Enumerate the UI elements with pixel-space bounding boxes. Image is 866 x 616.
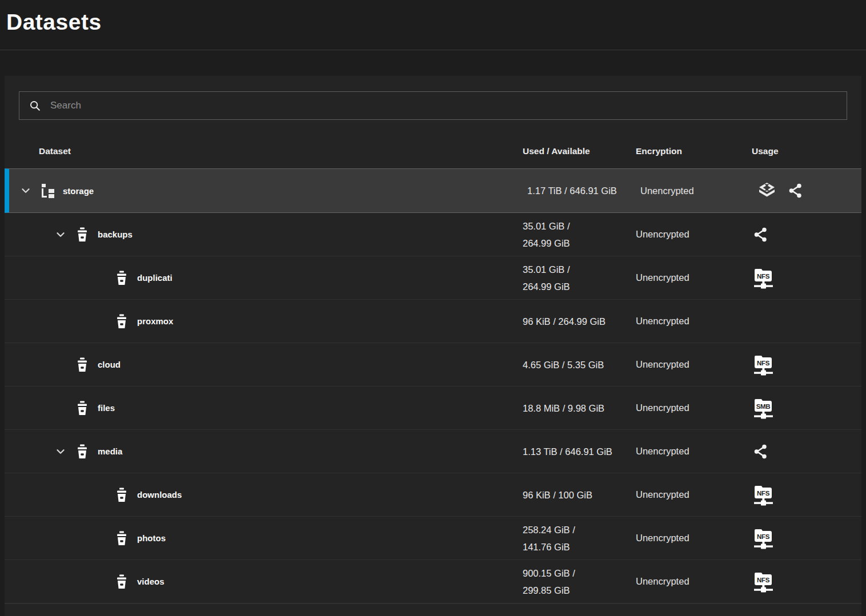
nfs-share-icon[interactable]: NFS	[753, 527, 774, 550]
search-box[interactable]	[19, 91, 847, 120]
col-header-used-available: Used / Available	[523, 134, 636, 168]
encryption-status: Unencrypted	[636, 386, 752, 429]
dataset-name-cell: backups	[5, 213, 523, 256]
chevron-down-icon[interactable]	[54, 228, 67, 241]
usage-cell: SMB	[752, 386, 861, 429]
dataset-icon	[74, 444, 90, 460]
dataset-name-cell: proxmox	[5, 300, 523, 343]
used-available-line: 299.85 GiB	[523, 582, 570, 599]
col-header-usage: Usage	[752, 134, 861, 168]
apps-icon[interactable]	[757, 182, 776, 199]
encryption-status: Unencrypted	[636, 256, 752, 299]
used-available-line: 258.24 GiB /	[523, 521, 575, 538]
datasets-table: Dataset Used / Available Encryption Usag…	[5, 134, 861, 615]
encryption-status: Unencrypted	[636, 343, 752, 386]
svg-text:NFS: NFS	[757, 577, 770, 583]
dataset-name: media	[98, 446, 122, 456]
share-icon[interactable]	[753, 444, 768, 460]
dataset-name-cell: cloud	[5, 343, 523, 386]
nfs-share-icon[interactable]: NFS	[753, 484, 774, 506]
dataset-icon	[114, 487, 130, 503]
table-header: Dataset Used / Available Encryption Usag…	[5, 134, 861, 168]
svg-text:SMB: SMB	[756, 403, 771, 410]
used-available-line: 35.01 GiB /	[523, 261, 570, 278]
used-available-line: 264.99 GiB	[523, 278, 570, 295]
chevron-down-icon[interactable]	[19, 184, 33, 198]
used-available-value: 1.13 TiB / 646.91 GiB	[523, 430, 636, 473]
table-row[interactable]: photos258.24 GiB /141.76 GiBUnencrypted …	[5, 517, 861, 560]
used-available-value: 96 KiB / 264.99 GiB	[523, 300, 636, 343]
dataset-icon	[114, 574, 130, 590]
nfs-share-icon[interactable]: NFS	[753, 267, 774, 289]
dataset-name: cloud	[98, 360, 121, 369]
usage-cell: NFS	[752, 560, 861, 603]
dataset-icon	[114, 313, 130, 329]
nfs-share-icon[interactable]: NFS	[753, 570, 774, 593]
used-available-line: 96 KiB / 100 GiB	[523, 486, 592, 504]
used-available-line: 35.01 GiB /	[523, 218, 570, 235]
used-available-line: 141.76 GiB	[523, 538, 570, 555]
used-available-value: 35.01 GiB /264.99 GiB	[523, 256, 636, 299]
dataset-name: backups	[98, 230, 133, 239]
dataset-name: proxmox	[137, 316, 173, 326]
root-dataset-icon	[39, 183, 55, 199]
used-available-value: 258.24 GiB /141.76 GiB	[523, 517, 636, 559]
chevron-down-icon[interactable]	[54, 445, 67, 458]
encryption-status: Unencrypted	[636, 300, 752, 343]
page-title: Datasets	[0, 0, 866, 50]
encryption-status: Unencrypted	[636, 517, 752, 559]
dataset-icon	[74, 357, 90, 373]
encryption-status: Unencrypted	[636, 473, 752, 516]
indent-spacer	[93, 315, 107, 328]
used-available-line: 4.65 GiB / 5.35 GiB	[523, 356, 604, 373]
indent-spacer	[93, 271, 107, 285]
dataset-name-cell: duplicati	[5, 256, 523, 299]
search-input[interactable]	[50, 100, 837, 111]
title-divider	[0, 50, 866, 50]
dataset-name-cell: photos	[5, 517, 523, 559]
usage-cell: NFS	[752, 517, 861, 559]
dataset-name-cell: files	[5, 386, 523, 429]
table-row[interactable]: files18.8 MiB / 9.98 GiBUnencrypted SMB	[5, 386, 861, 430]
used-available-value: 1.17 TiB / 646.91 GiB	[527, 169, 640, 212]
col-header-encryption: Encryption	[636, 134, 752, 168]
svg-text:NFS: NFS	[757, 533, 770, 540]
table-row[interactable]: proxmox96 KiB / 264.99 GiBUnencrypted	[5, 300, 861, 343]
indent-spacer	[93, 532, 107, 545]
encryption-status: Unencrypted	[636, 560, 752, 603]
used-available-line: 1.17 TiB / 646.91 GiB	[527, 182, 617, 199]
dataset-name: downloads	[137, 490, 182, 500]
encryption-status: Unencrypted	[636, 213, 752, 256]
share-icon[interactable]	[753, 227, 768, 243]
usage-cell: NFS	[752, 473, 861, 516]
used-available-value: 900.15 GiB /299.85 GiB	[523, 560, 636, 603]
dataset-name-cell: downloads	[5, 473, 523, 516]
used-available-value: 18.8 MiB / 9.98 GiB	[523, 386, 636, 429]
share-icon[interactable]	[788, 183, 803, 199]
used-available-value: 4.65 GiB / 5.35 GiB	[523, 343, 636, 386]
dataset-name-cell: videos	[5, 560, 523, 603]
table-row[interactable]: cloud4.65 GiB / 5.35 GiBUnencrypted NFS	[5, 343, 861, 386]
indent-spacer	[93, 575, 107, 589]
table-row[interactable]: videos900.15 GiB /299.85 GiBUnencrypted …	[5, 560, 861, 603]
dataset-name-cell: media	[5, 430, 523, 473]
table-row[interactable]: media1.13 TiB / 646.91 GiBUnencrypted	[5, 430, 861, 473]
table-row[interactable]: duplicati35.01 GiB /264.99 GiBUnencrypte…	[5, 256, 861, 300]
usage-cell	[752, 430, 861, 473]
svg-text:NFS: NFS	[757, 490, 770, 497]
used-available-line: 900.15 GiB /	[523, 565, 575, 582]
used-available-value: 96 KiB / 100 GiB	[523, 473, 636, 516]
table-row[interactable]: storage1.17 TiB / 646.91 GiBUnencrypted	[5, 168, 861, 213]
usage-cell	[752, 300, 861, 343]
table-row-partial	[5, 603, 861, 615]
smb-share-icon[interactable]: SMB	[753, 397, 774, 420]
table-row[interactable]: backups35.01 GiB /264.99 GiBUnencrypted	[5, 213, 861, 256]
indent-spacer	[93, 488, 107, 502]
table-body: storage1.17 TiB / 646.91 GiBUnencrypted …	[5, 168, 861, 603]
svg-text:NFS: NFS	[757, 273, 770, 280]
nfs-share-icon[interactable]: NFS	[753, 353, 774, 376]
dataset-name-cell: storage	[9, 169, 527, 212]
search-icon	[29, 99, 41, 112]
usage-cell	[752, 213, 861, 256]
table-row[interactable]: downloads96 KiB / 100 GiBUnencrypted NFS	[5, 473, 861, 517]
